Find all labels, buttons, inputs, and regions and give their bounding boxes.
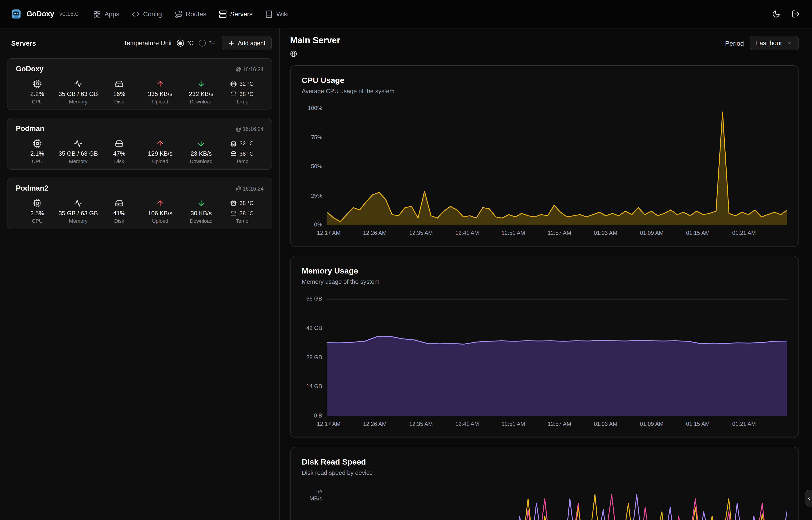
radio-dot-celsius (177, 40, 184, 47)
brand[interactable]: GoDoxy v0.18.0 (10, 8, 79, 20)
stat-disk: 41% Disk (99, 198, 140, 224)
server-stats: 2.1% CPU 35 GB / 63 GB Memory 47% Disk (16, 138, 263, 164)
server-card-godoxy[interactable]: GoDoxy @ 16:16:24 2.2% CPU 35 GB / 63 GB (7, 58, 272, 110)
temperature-unit-group: Temperature Unit °C °F (123, 40, 215, 47)
stat-label: CPU (32, 99, 43, 104)
disk-read-speed-plot[interactable] (327, 490, 787, 520)
upload-arrow-icon (156, 139, 164, 148)
panel-collapse-tab[interactable] (806, 490, 812, 506)
cpu-temp-icon (231, 140, 237, 147)
stat-label: Temp (236, 218, 248, 224)
server-timestamp: @ 16:16:24 (236, 67, 263, 72)
stat-disk: 47% Disk (99, 138, 140, 164)
disk-temp-icon (231, 91, 237, 97)
server-card-podman2[interactable]: Podman2 @ 16:16:24 2.5% CPU 35 GB / 63 G… (7, 178, 272, 229)
stat-value: 47% (113, 149, 125, 158)
disk-temp-icon (231, 151, 237, 157)
navbar-actions (772, 10, 802, 18)
period-label: Period (725, 40, 744, 47)
period-select[interactable]: Last hour (749, 36, 799, 50)
disk-temp-value: 38 °C (240, 90, 253, 97)
stat-value: 35 GB / 63 GB (58, 89, 98, 98)
plus-icon (228, 40, 234, 46)
radio-celsius[interactable]: °C (177, 40, 194, 47)
theme-toggle-moon-icon[interactable] (772, 10, 780, 18)
disk-temp-value: 38 °C (240, 150, 253, 157)
y-axis-labels: 56 GB42 GB28 GB14 GB0 B (302, 299, 327, 416)
navbar: GoDoxy v0.18.0 Apps Config Routes Server… (0, 0, 812, 28)
stat-value: 16% (113, 89, 125, 98)
server-card-podman[interactable]: Podman @ 16:16:24 2.1% CPU 35 GB / 63 GB (7, 118, 272, 170)
nav-wiki[interactable]: Wiki (265, 10, 289, 18)
radio-fahrenheit[interactable]: °F (199, 40, 215, 47)
nav-apps[interactable]: Apps (93, 10, 119, 18)
x-axis-labels: 12:17 AM12:26 AM12:35 AM12:41 AM12:51 AM… (327, 421, 787, 429)
activity-icon (74, 80, 82, 88)
upload-arrow-icon (156, 80, 164, 88)
chart-subtitle: Memory usage of the system (302, 278, 787, 285)
stat-label: Temp (236, 158, 248, 164)
nav-config[interactable]: Config (132, 10, 162, 18)
period-value: Last hour (756, 40, 782, 47)
stat-cpu: 2.2% CPU (17, 78, 58, 104)
cpu-icon (33, 199, 41, 207)
stat-label: CPU (32, 158, 43, 164)
nav-menu: Apps Config Routes Servers Wiki (93, 10, 289, 18)
stat-value: 23 KB/s (190, 149, 212, 158)
stat-value: 2.5% (30, 209, 44, 217)
download-arrow-icon (197, 139, 205, 148)
stat-label: Memory (69, 218, 87, 224)
radio-dot-fahrenheit (199, 40, 206, 47)
stat-download: 23 KB/s Download (181, 138, 222, 164)
stat-value: 129 KB/s (148, 149, 172, 158)
cpu-temp-value: 32 °C (240, 140, 253, 147)
main-title-block: Main Server (290, 35, 340, 57)
stat-value: 2.1% (30, 149, 44, 158)
chart-title: Disk Read Speed (302, 457, 787, 468)
cpu-icon (33, 80, 41, 88)
globe-icon (290, 50, 297, 57)
main-panel: Main Server Period Last hour CPU Usage A… (280, 28, 812, 520)
stat-download: 30 KB/s Download (181, 198, 222, 224)
stat-label: Download (190, 158, 213, 164)
server-timestamp: @ 16:16:24 (236, 186, 263, 191)
stat-temp: 38 °C 38 °C Temp (222, 198, 262, 224)
stat-memory: 35 GB / 63 GB Memory (58, 138, 99, 164)
nav-servers[interactable]: Servers (219, 10, 252, 18)
app-root: GoDoxy v0.18.0 Apps Config Routes Server… (0, 0, 812, 520)
cpu-usage-plot[interactable] (327, 109, 787, 225)
chart-title: Memory Usage (302, 266, 787, 277)
cpu-temp-icon (231, 81, 237, 87)
cpu-icon (33, 139, 41, 148)
disk-temp-icon (231, 210, 237, 216)
memory-usage-plot[interactable] (327, 299, 787, 416)
stat-value: 41% (113, 209, 125, 217)
hard-drive-icon (115, 80, 123, 88)
page-title: Main Server (290, 35, 340, 46)
stat-label: Memory (69, 158, 87, 164)
cpu-temp-icon (231, 200, 237, 206)
stat-value: 2.2% (30, 89, 44, 98)
stat-label: Upload (152, 158, 168, 164)
stat-label: Download (190, 99, 213, 104)
hard-drive-icon (115, 199, 123, 207)
stat-label: Memory (69, 99, 87, 104)
add-agent-button[interactable]: Add agent (221, 36, 272, 50)
stat-label: CPU (32, 218, 43, 224)
nav-label: Apps (105, 10, 119, 18)
sidebar-header: Servers Temperature Unit °C °F Add agent (0, 28, 279, 50)
server-name: Podman (16, 124, 44, 133)
nav-routes[interactable]: Routes (175, 10, 206, 18)
chart-title: CPU Usage (302, 75, 787, 86)
apps-grid-icon (93, 10, 101, 18)
stat-label: Upload (152, 99, 168, 104)
x-axis-labels: 12:17 AM12:26 AM12:35 AM12:41 AM12:51 AM… (327, 230, 787, 238)
chevron-down-icon (786, 40, 792, 46)
logout-icon[interactable] (791, 10, 800, 18)
stat-label: Disk (114, 99, 124, 104)
memory-usage-card: Memory Usage Memory usage of the system … (290, 256, 799, 438)
stat-label: Download (190, 218, 213, 224)
radio-label-celsius: °C (187, 40, 194, 47)
activity-icon (74, 139, 82, 148)
code-icon (132, 10, 140, 18)
